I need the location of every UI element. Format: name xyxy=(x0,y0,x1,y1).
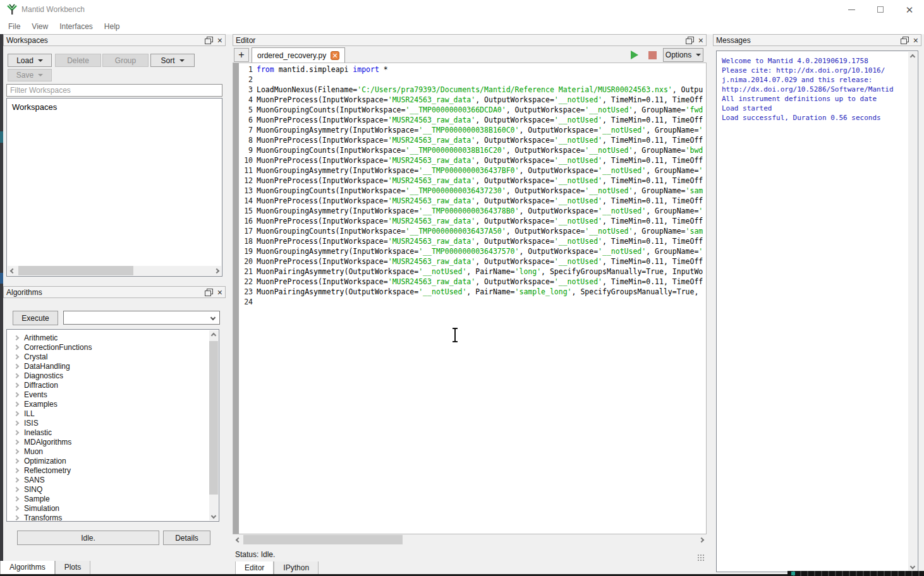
load-button[interactable]: Load xyxy=(8,54,52,67)
tab-ipython[interactable]: IPython xyxy=(274,561,319,575)
chevron-right-icon[interactable] xyxy=(14,439,19,444)
vertical-scrollbar[interactable] xyxy=(209,330,218,520)
filter-workspaces-input[interactable] xyxy=(6,84,222,97)
menu-help[interactable]: Help xyxy=(99,20,126,33)
algorithm-category-muon[interactable]: Muon xyxy=(7,447,219,456)
chevron-right-icon[interactable] xyxy=(14,401,19,406)
scroll-up-icon[interactable] xyxy=(209,330,218,340)
algorithm-category-simulation[interactable]: Simulation xyxy=(7,503,219,513)
menu-file[interactable]: File xyxy=(3,20,26,33)
algorithm-category-diffraction[interactable]: Diffraction xyxy=(7,380,219,390)
algorithm-category-arithmetic[interactable]: Arithmetic xyxy=(7,333,219,342)
algorithm-category-isis[interactable]: ISIS xyxy=(7,418,219,428)
algorithm-category-correctionfunctions[interactable]: CorrectionFunctions xyxy=(7,342,219,352)
menu-view[interactable]: View xyxy=(26,20,54,33)
delete-button[interactable]: Delete xyxy=(55,54,101,67)
algorithm-search-combobox[interactable] xyxy=(63,311,220,325)
horizontal-scrollbar[interactable] xyxy=(8,266,221,275)
group-button[interactable]: Group xyxy=(102,54,149,67)
algorithm-category-sample[interactable]: Sample xyxy=(7,494,219,503)
scroll-right-icon[interactable] xyxy=(212,266,221,275)
vertical-scrollbar[interactable] xyxy=(908,52,917,571)
resize-grip-icon[interactable] xyxy=(696,553,704,561)
chevron-right-icon[interactable] xyxy=(14,363,19,368)
chevron-right-icon[interactable] xyxy=(14,392,19,397)
scrollbar-thumb[interactable] xyxy=(209,341,218,495)
close-panel-icon[interactable]: × xyxy=(217,36,222,45)
save-button[interactable]: Save xyxy=(8,69,52,81)
horizontal-scrollbar[interactable] xyxy=(233,535,706,544)
undock-icon[interactable] xyxy=(205,289,212,296)
messages-log[interactable]: Welcome to Mantid 4.0.20190619.1758 Plea… xyxy=(716,51,918,572)
sort-button[interactable]: Sort xyxy=(150,54,195,67)
minimize-button[interactable] xyxy=(837,0,866,19)
chevron-right-icon[interactable] xyxy=(14,467,19,472)
close-tab-icon[interactable]: ✕ xyxy=(331,51,339,60)
chevron-right-icon[interactable] xyxy=(14,420,19,425)
algorithm-category-sinq[interactable]: SINQ xyxy=(7,484,219,494)
tab-algorithms[interactable]: Algorithms xyxy=(0,561,55,575)
chevron-right-icon[interactable] xyxy=(14,515,19,520)
chevron-right-icon[interactable] xyxy=(14,477,19,482)
undock-icon[interactable] xyxy=(901,37,908,44)
close-panel-icon[interactable]: × xyxy=(217,288,222,297)
stop-script-button[interactable] xyxy=(645,48,660,62)
scroll-left-icon[interactable] xyxy=(233,535,243,544)
algorithm-category-ill[interactable]: ILL xyxy=(7,409,219,418)
algorithm-category-mdalgorithms[interactable]: MDAlgorithms xyxy=(7,437,219,447)
chevron-right-icon[interactable] xyxy=(14,458,19,463)
algorithm-category-transforms[interactable]: Transforms xyxy=(7,513,219,522)
algorithm-category-tree[interactable]: ArithmeticCorrectionFunctionsCrystalData… xyxy=(6,329,219,522)
chevron-right-icon[interactable] xyxy=(14,344,19,349)
close-window-button[interactable]: ✕ xyxy=(895,0,924,19)
line-number: 2 xyxy=(239,75,253,85)
scroll-left-icon[interactable] xyxy=(8,266,17,275)
chevron-right-icon[interactable] xyxy=(14,448,19,453)
options-button[interactable]: Options xyxy=(663,48,703,62)
algorithm-category-examples[interactable]: Examples xyxy=(7,399,219,409)
close-panel-icon[interactable]: × xyxy=(913,36,918,45)
tab-plots[interactable]: Plots xyxy=(55,561,91,575)
algorithm-category-reflectometry[interactable]: Reflectometry xyxy=(7,465,219,475)
scrollbar-thumb[interactable] xyxy=(18,266,133,275)
new-tab-button[interactable]: + xyxy=(234,48,249,62)
algorithm-category-inelastic[interactable]: Inelastic xyxy=(7,428,219,437)
algorithm-category-diagnostics[interactable]: Diagnostics xyxy=(7,371,219,380)
category-label: Examples xyxy=(24,400,58,409)
undock-icon[interactable] xyxy=(205,37,212,44)
scroll-down-icon[interactable] xyxy=(908,561,917,571)
run-script-button[interactable] xyxy=(627,48,642,62)
scrollbar-thumb[interactable] xyxy=(243,535,403,544)
chevron-right-icon[interactable] xyxy=(14,496,19,501)
tab-ordered-recovery[interactable]: ordered_recovery.py ✕ xyxy=(252,47,345,63)
execute-button[interactable]: Execute xyxy=(13,311,58,325)
chevron-right-icon[interactable] xyxy=(14,354,19,359)
chevron-right-icon[interactable] xyxy=(14,429,19,435)
scroll-down-icon[interactable] xyxy=(209,511,218,520)
chevron-down-icon xyxy=(696,54,701,56)
chevron-right-icon[interactable] xyxy=(14,335,19,340)
algorithm-category-optimization[interactable]: Optimization xyxy=(7,456,219,465)
close-panel-icon[interactable]: × xyxy=(698,36,703,45)
chevron-right-icon[interactable] xyxy=(14,505,19,510)
algorithm-category-events[interactable]: Events xyxy=(7,390,219,399)
tab-editor[interactable]: Editor xyxy=(235,561,274,575)
algorithm-category-datahandling[interactable]: DataHandling xyxy=(7,361,219,371)
workspaces-tree[interactable]: Workspaces xyxy=(6,98,222,277)
code-text: MuonPreProcess(InputWorkspace='MUSR24563… xyxy=(257,95,705,105)
chevron-right-icon[interactable] xyxy=(14,373,19,378)
chevron-right-icon[interactable] xyxy=(14,382,19,387)
scroll-up-icon[interactable] xyxy=(908,52,917,61)
details-button[interactable]: Details xyxy=(163,531,210,545)
chevron-right-icon[interactable] xyxy=(14,486,19,491)
algorithm-category-crystal[interactable]: Crystal xyxy=(7,352,219,361)
workspaces-root-item[interactable]: Workspaces xyxy=(12,102,57,112)
algorithm-category-sans[interactable]: SANS xyxy=(7,475,219,484)
maximize-button[interactable] xyxy=(866,0,895,19)
menu-interfaces[interactable]: Interfaces xyxy=(54,20,99,33)
code-text: MuonPairingAsymmetry(OutputWorkspace='__… xyxy=(257,287,705,297)
code-editor[interactable]: 1from mantid.simpleapi import *23LoadMuo… xyxy=(233,63,707,534)
chevron-right-icon[interactable] xyxy=(14,411,19,416)
undock-icon[interactable] xyxy=(686,37,693,44)
scroll-right-icon[interactable] xyxy=(696,535,706,544)
